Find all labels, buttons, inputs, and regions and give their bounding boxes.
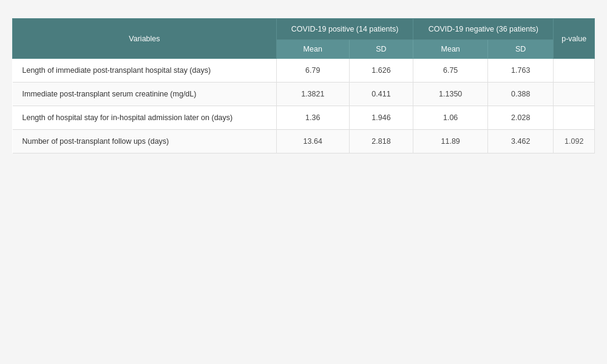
sd-header-2: SD: [488, 40, 554, 59]
neg-mean-cell: 1.1350: [413, 83, 488, 106]
table-row: Immediate post-transplant serum creatini…: [13, 83, 595, 106]
pos-mean-cell: 1.36: [276, 106, 349, 130]
neg-sd-cell: 0.388: [488, 83, 554, 106]
covid-positive-header: COVID-19 positive (14 patients): [276, 19, 413, 40]
data-table: Variables COVID-19 positive (14 patients…: [12, 18, 595, 153]
pos-sd-cell: 1.626: [349, 59, 413, 83]
pos-mean-cell: 13.64: [276, 130, 349, 153]
neg-mean-cell: 6.75: [413, 59, 488, 83]
pos-sd-cell: 1.946: [349, 106, 413, 130]
variable-cell: Immediate post-transplant serum creatini…: [13, 83, 277, 106]
neg-sd-cell: 3.462: [488, 130, 554, 153]
table-row: Number of post-transplant follow ups (da…: [13, 130, 595, 153]
pos-mean-cell: 1.3821: [276, 83, 349, 106]
variable-cell: Length of hospital stay for in-hospital …: [13, 106, 277, 130]
pvalue-cell: 1.092: [554, 130, 595, 153]
covid-negative-header: COVID-19 negative (36 patients): [413, 19, 554, 40]
neg-mean-cell: 1.06: [413, 106, 488, 130]
neg-sd-cell: 1.763: [488, 59, 554, 83]
mean-header-1: Mean: [276, 40, 349, 59]
mean-header-2: Mean: [413, 40, 488, 59]
table-row: Length of immediate post-transplant hosp…: [13, 59, 595, 83]
neg-sd-cell: 2.028: [488, 106, 554, 130]
pvalue-header: p-value: [554, 19, 595, 59]
pos-sd-cell: 2.818: [349, 130, 413, 153]
pos-mean-cell: 6.79: [276, 59, 349, 83]
pvalue-cell: [554, 59, 595, 83]
pos-sd-cell: 0.411: [349, 83, 413, 106]
sd-header-1: SD: [349, 40, 413, 59]
neg-mean-cell: 11.89: [413, 130, 488, 153]
variable-cell: Number of post-transplant follow ups (da…: [13, 130, 277, 153]
variables-header: Variables: [13, 19, 277, 59]
pvalue-cell: [554, 83, 595, 106]
variable-cell: Length of immediate post-transplant hosp…: [13, 59, 277, 83]
pvalue-cell: [554, 106, 595, 130]
table-row: Length of hospital stay for in-hospital …: [13, 106, 595, 130]
